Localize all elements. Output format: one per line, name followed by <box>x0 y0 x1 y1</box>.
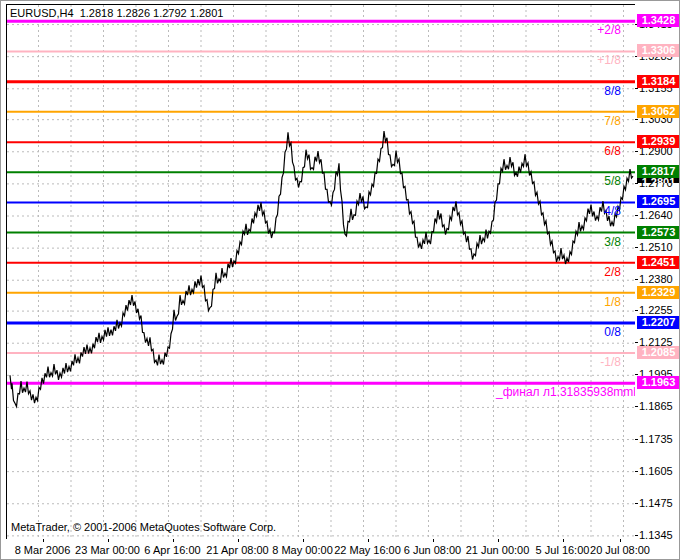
price-tick-label: 1.1865 <box>639 400 673 412</box>
murrey-level-label: 2/8 <box>604 265 621 279</box>
copyright-text: MetaTrader, © 2001-2006 MetaQuotes Softw… <box>11 521 276 533</box>
price-tick-mark <box>635 535 638 536</box>
murrey-level-price-badge: 1.2451 <box>637 256 680 269</box>
price-tick-mark <box>635 503 638 504</box>
time-tick-mark <box>173 539 174 542</box>
murrey-level-label: 6/8 <box>604 144 621 158</box>
time-tick-mark <box>433 539 434 542</box>
murrey-level-label: 7/8 <box>604 114 621 128</box>
price-chart-canvas[interactable] <box>7 5 635 539</box>
time-tick-mark <box>563 539 564 542</box>
price-tick-mark <box>635 279 638 280</box>
time-tick-label: 8 May 00:00 <box>272 544 333 556</box>
time-tick-label: 5 Jul 16:00 <box>536 544 590 556</box>
murrey-level-price-badge: 1.2695 <box>637 195 680 208</box>
murrey-level-price-badge: 1.2329 <box>637 286 680 299</box>
murrey-level-price-badge: 1.3306 <box>637 44 680 57</box>
price-tick-mark <box>635 342 638 343</box>
time-tick-label: 6 Jun 08:00 <box>404 544 462 556</box>
price-tick-label: 1.2640 <box>639 209 673 221</box>
murrey-level-label: +1/8 <box>597 53 621 67</box>
murrey-level-price-badge: 1.3184 <box>637 75 680 88</box>
time-axis[interactable]: 8 Mar 200623 Mar 00:006 Apr 16:0021 Apr … <box>6 539 680 560</box>
time-tick-label: 6 Apr 16:00 <box>144 544 200 556</box>
time-tick-mark <box>620 539 621 542</box>
price-tick-mark <box>635 439 638 440</box>
price-tick-label: 1.2380 <box>639 273 673 285</box>
time-tick-label: 21 Jun 00:00 <box>466 544 530 556</box>
murrey-level-label: 3/8 <box>604 235 621 249</box>
chart-plot-area[interactable]: EURUSD,H4 1.2818 1.2826 1.2792 1.2801 _ф… <box>6 4 636 540</box>
time-tick-label: 20 Jul 08:00 <box>590 544 650 556</box>
murrey-level-label: 5/8 <box>604 174 621 188</box>
price-tick-mark <box>635 247 638 248</box>
murrey-level-price-badge: 1.2207 <box>637 316 680 329</box>
murrey-level-label: 4/8 <box>604 204 621 218</box>
price-tick-mark <box>635 310 638 311</box>
time-tick-label: 22 May 16:00 <box>334 544 401 556</box>
murrey-level-price-badge: 1.2085 <box>637 346 680 359</box>
time-tick-mark <box>238 539 239 542</box>
price-tick-mark <box>635 151 638 152</box>
price-axis[interactable]: 1.34151.32851.31551.30301.29001.27701.26… <box>635 4 680 539</box>
murrey-level-price-badge: 1.3428 <box>637 14 680 27</box>
murrey-level-price-badge: 1.2939 <box>637 135 680 148</box>
price-tick-mark <box>635 88 638 89</box>
murrey-level-price-badge: 1.3062 <box>637 105 680 118</box>
price-tick-mark <box>635 406 638 407</box>
time-tick-mark <box>108 539 109 542</box>
time-tick-mark <box>303 539 304 542</box>
murrey-level-label: 0/8 <box>604 325 621 339</box>
price-tick-mark <box>635 215 638 216</box>
price-tick-mark <box>635 471 638 472</box>
time-tick-label: 8 Mar 2006 <box>15 544 71 556</box>
murrey-level-label: +2/8 <box>597 23 621 37</box>
metatrader-chart-window: EURUSD,H4 1.2818 1.2826 1.2792 1.2801 _ф… <box>0 0 680 560</box>
time-tick-mark <box>498 539 499 542</box>
murrey-final-annotation: _финал л1.31835938mmlz <box>496 385 636 399</box>
murrey-level-label: 1/8 <box>604 295 621 309</box>
murrey-level-label: -1/8 <box>600 355 621 369</box>
price-tick-label: 1.1735 <box>639 433 673 445</box>
time-tick-label: 23 Mar 00:00 <box>75 544 140 556</box>
price-tick-mark <box>635 119 638 120</box>
murrey-level-price-badge: 1.1963 <box>637 376 680 389</box>
time-tick-mark <box>43 539 44 542</box>
price-tick-label: 1.1605 <box>639 465 673 477</box>
price-tick-mark <box>635 374 638 375</box>
price-tick-label: 1.2510 <box>639 241 673 253</box>
murrey-level-price-badge: 1.2573 <box>637 226 680 239</box>
chart-title-quote: EURUSD,H4 1.2818 1.2826 1.2792 1.2801 <box>10 7 223 19</box>
time-tick-mark <box>368 539 369 542</box>
murrey-level-label: 8/8 <box>604 84 621 98</box>
price-tick-label: 1.2255 <box>639 304 673 316</box>
price-tick-label: 1.1475 <box>639 497 673 509</box>
time-tick-label: 21 Apr 08:00 <box>206 544 268 556</box>
murrey-level-price-badge: 1.2817 <box>637 165 680 178</box>
